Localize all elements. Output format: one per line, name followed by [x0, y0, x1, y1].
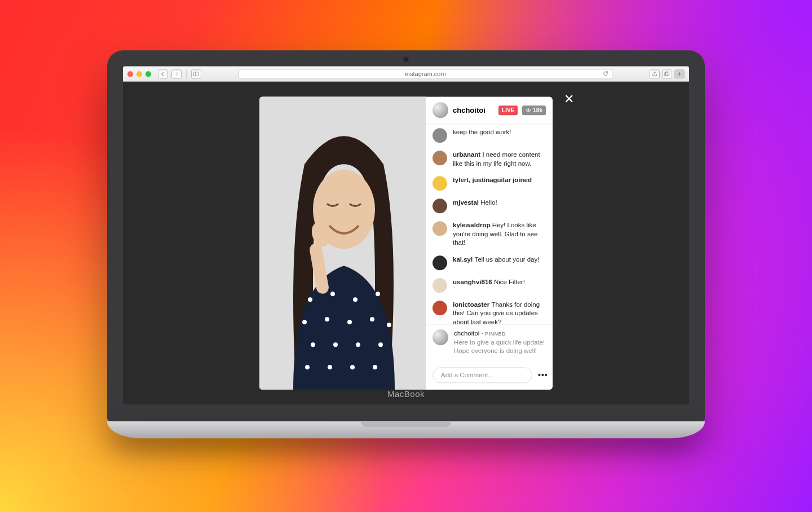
- browser-viewport: ✕: [123, 82, 689, 404]
- commenter-avatar[interactable]: [433, 176, 447, 191]
- commenter-username[interactable]: mjvestal: [453, 199, 480, 206]
- viewer-count: 18k: [533, 107, 542, 113]
- screen-bezel: instagram.com: [107, 50, 705, 421]
- commenter-avatar[interactable]: [433, 255, 447, 270]
- close-modal-button[interactable]: ✕: [564, 92, 574, 107]
- comment-item: mjvestal Hello!: [426, 195, 553, 217]
- chevron-left-icon: [161, 72, 165, 76]
- svg-rect-2: [665, 72, 668, 76]
- reload-icon: [603, 70, 608, 76]
- pinned-text: Here to give a quick life update! Hope e…: [454, 339, 545, 355]
- live-video[interactable]: [259, 96, 426, 390]
- toolbar-separator: [186, 69, 187, 78]
- comment-body: urbanant I need more content like this i…: [453, 151, 546, 168]
- svg-point-6: [308, 297, 312, 302]
- svg-point-17: [356, 342, 360, 347]
- comment-item: kylewaldrop Hey! Looks like you're doing…: [426, 217, 553, 251]
- viewer-count-badge: 18k: [522, 105, 546, 115]
- svg-point-25: [528, 109, 529, 111]
- svg-point-7: [330, 292, 335, 296]
- address-text: instagram.com: [405, 70, 445, 77]
- laptop-frame: instagram.com: [107, 50, 705, 438]
- system-text: tylert, justinaguilar joined: [453, 176, 532, 183]
- minimize-window-button[interactable]: [136, 71, 142, 77]
- streamer-avatar[interactable]: [433, 102, 448, 118]
- commenter-avatar[interactable]: [433, 301, 447, 315]
- more-options-button[interactable]: •••: [538, 370, 548, 379]
- svg-point-22: [373, 365, 377, 369]
- streamer-username[interactable]: chchoitoi: [453, 106, 494, 114]
- svg-point-11: [325, 317, 329, 321]
- share-button[interactable]: [650, 69, 660, 78]
- screen: instagram.com: [123, 66, 689, 404]
- commenter-avatar[interactable]: [433, 151, 447, 165]
- live-video-card: chchoitoi LIVE 18k keep the good work!ur…: [259, 96, 553, 390]
- close-window-button[interactable]: [127, 71, 133, 77]
- commenter-username[interactable]: ionictoaster: [453, 301, 491, 308]
- comment-body: kylewaldrop Hey! Looks like you're doing…: [453, 221, 546, 248]
- nav-forward-button[interactable]: [171, 69, 182, 78]
- new-tab-button[interactable]: [674, 69, 685, 78]
- svg-point-18: [378, 342, 383, 347]
- svg-rect-0: [194, 72, 199, 76]
- eye-icon: [526, 107, 531, 113]
- device-label: MacBook: [387, 389, 425, 399]
- live-side-panel: chchoitoi LIVE 18k keep the good work!ur…: [426, 96, 553, 390]
- commenter-avatar[interactable]: [433, 128, 447, 143]
- comment-text: Hello!: [480, 199, 497, 206]
- person-placeholder-icon: [259, 96, 426, 390]
- svg-point-12: [347, 320, 352, 324]
- comment-input[interactable]: [433, 367, 532, 383]
- window-controls: [127, 71, 151, 77]
- sidebar-toggle-button[interactable]: [191, 69, 201, 78]
- pinned-avatar[interactable]: [433, 330, 448, 346]
- svg-point-14: [387, 323, 391, 327]
- svg-point-8: [353, 297, 358, 302]
- chevron-right-icon: [174, 72, 179, 76]
- plus-icon: [677, 72, 682, 76]
- svg-rect-3: [666, 72, 669, 75]
- tabs-icon: [664, 71, 670, 77]
- svg-point-10: [302, 320, 307, 324]
- comment-body: keep the good work!: [453, 128, 546, 143]
- close-icon: ✕: [564, 92, 574, 106]
- nav-back-button[interactable]: [158, 69, 168, 78]
- svg-point-16: [333, 342, 338, 347]
- svg-point-19: [305, 365, 310, 369]
- browser-toolbar: instagram.com: [123, 66, 689, 82]
- system-message: tylert, justinaguilar joined: [426, 172, 553, 195]
- comment-text: Nice Filter!: [494, 279, 525, 285]
- comment-body: usanghvi816 Nice Filter!: [453, 278, 546, 293]
- live-header: chchoitoi LIVE 18k: [426, 96, 553, 124]
- commenter-avatar[interactable]: [433, 221, 447, 236]
- pinned-tag: PINNED: [485, 332, 506, 337]
- more-icon: •••: [538, 370, 548, 379]
- tabs-overview-button[interactable]: [662, 69, 672, 78]
- comment-item: ionictoaster Thanks for doing this! Can …: [426, 297, 553, 325]
- live-badge: LIVE: [498, 105, 518, 115]
- svg-point-20: [328, 365, 332, 369]
- commenter-username[interactable]: usanghvi816: [453, 279, 494, 285]
- laptop-base: [107, 421, 705, 438]
- comments-list[interactable]: keep the good work!urbanant I need more …: [426, 124, 553, 324]
- commenter-avatar[interactable]: [433, 278, 447, 293]
- comment-item: keep the good work!: [426, 124, 553, 147]
- comment-text: Tell us about your day!: [474, 256, 539, 263]
- camera-dot: [404, 58, 408, 61]
- pinned-username[interactable]: chchoitoi: [454, 330, 479, 337]
- reload-button[interactable]: [603, 70, 608, 77]
- svg-point-21: [350, 365, 355, 369]
- maximize-window-button[interactable]: [145, 71, 151, 77]
- commenter-username[interactable]: kylewaldrop: [453, 222, 492, 228]
- commenter-username[interactable]: urbanant: [453, 151, 482, 158]
- svg-point-9: [376, 292, 380, 296]
- commenter-avatar[interactable]: [433, 198, 447, 213]
- svg-point-13: [370, 317, 374, 321]
- comment-item: usanghvi816 Nice Filter!: [426, 274, 553, 297]
- comment-body: ionictoaster Thanks for doing this! Can …: [453, 301, 546, 325]
- share-icon: [652, 71, 657, 77]
- commenter-username[interactable]: kal.syl: [453, 256, 474, 263]
- svg-point-15: [311, 342, 315, 347]
- address-bar[interactable]: instagram.com: [239, 69, 612, 79]
- comment-item: urbanant I need more content like this i…: [426, 147, 553, 172]
